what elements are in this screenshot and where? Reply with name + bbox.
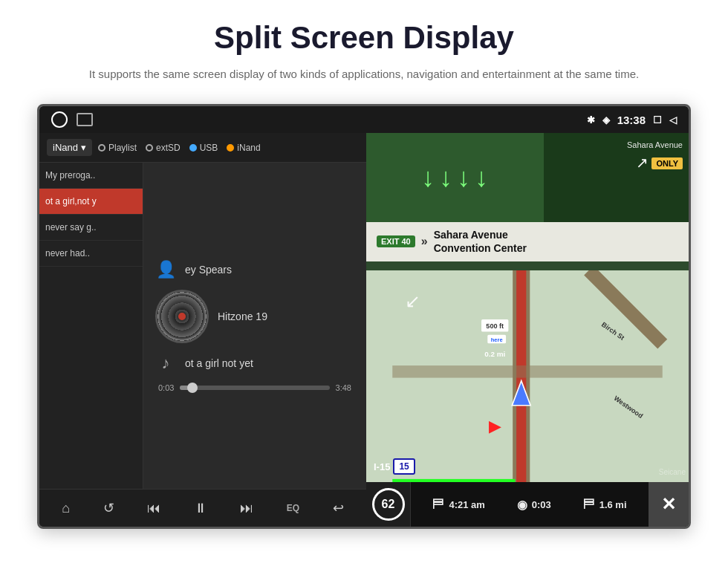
svg-text:↙: ↙ bbox=[405, 291, 420, 311]
source-tab-inand[interactable]: iNand bbox=[227, 143, 260, 153]
flag-eta-icon: ⛿ bbox=[432, 498, 444, 511]
artist-icon: 👤 bbox=[155, 260, 176, 279]
nav-stat-time: ◉ 0:03 bbox=[517, 498, 551, 512]
source-tab-usb-label: USB bbox=[200, 143, 218, 153]
source-selector: iNand ▾ Playlist extSD USB bbox=[39, 133, 366, 163]
speed-box: 62 bbox=[366, 482, 411, 527]
playlist-item-3[interactable]: never say g.. bbox=[39, 215, 143, 241]
source-label: iNand bbox=[53, 142, 78, 153]
bluetooth-icon: ✱ bbox=[587, 114, 595, 126]
eq-button[interactable]: EQ bbox=[282, 500, 304, 516]
nav-bottom-bar: 62 ⛿ 4:21 am ◉ 0:03 ⛿ 1.6 mi bbox=[366, 482, 689, 527]
radio-dot-extsd bbox=[146, 144, 153, 152]
time-total: 3:48 bbox=[336, 383, 351, 392]
arrow-down-3: ↓ bbox=[457, 162, 470, 193]
exit-street-line2: Convention Center bbox=[434, 241, 527, 255]
disc-center bbox=[177, 311, 187, 322]
page-title: Split Screen Display bbox=[30, 21, 698, 55]
song-row: ♪ ot a girl not yet bbox=[155, 354, 253, 373]
svg-text:here: here bbox=[491, 336, 503, 343]
artist-name: ey Spears bbox=[185, 264, 232, 276]
album-disc bbox=[155, 290, 209, 343]
image-icon bbox=[77, 113, 93, 126]
radio-dot-playlist bbox=[98, 144, 105, 152]
exit-arrow: » bbox=[421, 235, 428, 248]
only-badge: ONLY bbox=[651, 157, 683, 169]
split-screen: iNand ▾ Playlist extSD USB bbox=[39, 133, 689, 527]
street-sign-top: Sahara Avenue bbox=[627, 139, 683, 151]
track-info: 👤 ey Spears Hitzone 19 ♪ bbox=[155, 260, 354, 373]
watermark: Seicane bbox=[659, 468, 686, 476]
page-subtitle: It supports the same screen display of t… bbox=[30, 65, 698, 83]
back-button[interactable]: ↩ bbox=[328, 497, 348, 519]
interstate-number: 15 bbox=[393, 458, 415, 475]
album-name: Hitzone 19 bbox=[218, 310, 267, 322]
exit-info: EXIT 40 » Sahara Avenue Convention Cente… bbox=[366, 222, 689, 261]
source-tab-inand-label: iNand bbox=[237, 143, 260, 153]
source-tab-playlist-label: Playlist bbox=[108, 143, 137, 153]
time-current: 0:03 bbox=[158, 383, 174, 392]
back-icon: ◁ bbox=[669, 114, 677, 126]
radio-dot-usb bbox=[189, 144, 197, 152]
home-circle-icon bbox=[51, 111, 68, 128]
device-frame: ✱ ◈ 13:38 ☐ ◁ iNand ▾ Playlist bbox=[37, 104, 691, 529]
repeat-button[interactable]: ↺ bbox=[99, 497, 119, 519]
artist-row: 👤 ey Spears bbox=[155, 260, 232, 279]
controls-bar: ⌂ ↺ ⏮ ⏸ ⏭ EQ ↩ bbox=[39, 489, 366, 527]
playlist-item-2[interactable]: ot a girl,not y bbox=[39, 189, 143, 215]
progress-bar[interactable] bbox=[180, 386, 329, 390]
only-arrow-icon: ↗ bbox=[636, 154, 649, 172]
progress-thumb bbox=[187, 383, 198, 393]
arrow-down-2: ↓ bbox=[439, 162, 452, 193]
arrow-down-4: ↓ bbox=[475, 162, 488, 193]
radio-dot-inand bbox=[227, 144, 234, 152]
eta-value: 4:21 am bbox=[449, 499, 484, 510]
close-nav-button[interactable]: ✕ bbox=[649, 482, 689, 527]
svg-text:0.2 mi: 0.2 mi bbox=[484, 350, 505, 358]
svg-rect-6 bbox=[392, 365, 662, 378]
album-row: Hitzone 19 bbox=[155, 290, 267, 343]
status-right: ✱ ◈ 13:38 ☐ ◁ bbox=[587, 114, 677, 126]
direction-arrows: ↓ ↓ ↓ ↓ bbox=[366, 133, 544, 222]
distance-value: 1.6 mi bbox=[599, 499, 627, 510]
travel-time-value: 0:03 bbox=[532, 499, 551, 510]
home-button[interactable]: ⌂ bbox=[57, 498, 74, 519]
nav-map: ↓ ↓ ↓ ↓ Sahara Avenue ↗ ONLY bbox=[366, 133, 689, 527]
exit-street-line1: Sahara Avenue bbox=[434, 228, 527, 241]
playlist-item-1[interactable]: My preroga.. bbox=[39, 163, 143, 189]
window-icon: ☐ bbox=[653, 114, 662, 126]
music-note-icon: ♪ bbox=[155, 354, 176, 373]
music-player-panel: iNand ▾ Playlist extSD USB bbox=[39, 133, 366, 527]
page-header: Split Screen Display It supports the sam… bbox=[0, 0, 728, 95]
source-tab-playlist[interactable]: Playlist bbox=[98, 143, 137, 153]
playlist-item-4[interactable]: never had.. bbox=[39, 241, 143, 267]
source-tabs: Playlist extSD USB iNand bbox=[98, 143, 359, 153]
chevron-down-icon: ▾ bbox=[81, 142, 86, 153]
next-button[interactable]: ⏭ bbox=[235, 498, 258, 519]
song-name: ot a girl not yet bbox=[185, 357, 253, 369]
source-tab-extsd[interactable]: extSD bbox=[146, 143, 181, 153]
exit-street-info: Sahara Avenue Convention Center bbox=[434, 228, 527, 255]
nav-stat-eta: ⛿ 4:21 am bbox=[432, 498, 484, 511]
nav-stat-distance: ⛿ 1.6 mi bbox=[583, 498, 627, 511]
clock-icon: ◉ bbox=[517, 498, 527, 512]
playlist-panel: My preroga.. ot a girl,not y never say g… bbox=[39, 163, 143, 489]
progress-section: 0:03 3:48 bbox=[155, 383, 354, 392]
source-tab-usb[interactable]: USB bbox=[189, 143, 218, 153]
exit-badge: EXIT 40 bbox=[377, 235, 415, 247]
source-tab-extsd-label: extSD bbox=[156, 143, 181, 153]
location-icon: ◈ bbox=[602, 114, 610, 126]
red-arrow-icon: ▶ bbox=[489, 417, 501, 436]
arrow-down-1: ↓ bbox=[421, 162, 435, 193]
interstate-badge: I-15 15 bbox=[374, 458, 415, 475]
play-pause-button[interactable]: ⏸ bbox=[189, 498, 212, 519]
speed-limit: 62 bbox=[372, 488, 405, 521]
direction-panel: ↓ ↓ ↓ ↓ Sahara Avenue ↗ ONLY bbox=[366, 133, 689, 222]
prev-button[interactable]: ⏮ bbox=[143, 498, 165, 519]
nav-stats: ⛿ 4:21 am ◉ 0:03 ⛿ 1.6 mi bbox=[411, 498, 649, 512]
interstate-label: I-15 bbox=[374, 461, 390, 472]
source-dropdown[interactable]: iNand ▾ bbox=[47, 139, 92, 156]
status-time: 13:38 bbox=[617, 114, 646, 126]
main-content: My preroga.. ot a girl,not y never say g… bbox=[39, 163, 366, 489]
navigation-panel: ↓ ↓ ↓ ↓ Sahara Avenue ↗ ONLY bbox=[366, 133, 689, 527]
